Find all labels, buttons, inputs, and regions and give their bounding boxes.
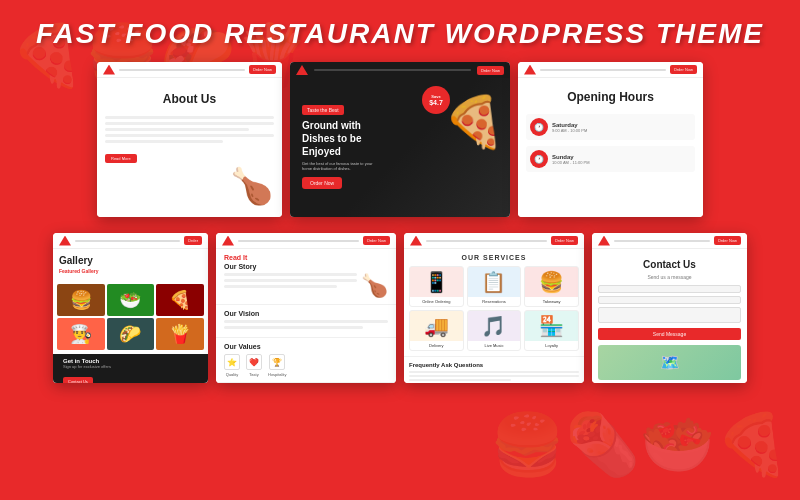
value-tasty: ❤️ Tasty bbox=[246, 354, 262, 377]
hero-text: Taste the Best Ground with Dishes to be … bbox=[302, 98, 392, 189]
nav-line bbox=[614, 240, 710, 242]
about-card[interactable]: Order Now About Us Read More 🍗 bbox=[97, 62, 282, 217]
nav-line bbox=[119, 69, 245, 71]
text-line bbox=[105, 140, 223, 143]
service-catering[interactable]: 🚚 Delivery bbox=[409, 310, 464, 351]
story-title-1: Our Story bbox=[224, 263, 388, 270]
nav-line bbox=[540, 69, 666, 71]
sunday-icon: 🕐 bbox=[530, 150, 548, 168]
services-content: OUR SERVICES 📱 Online Ordering 📋 Reserva… bbox=[404, 249, 584, 383]
nav-order-btn: Order Now bbox=[477, 66, 504, 75]
text-line bbox=[224, 285, 337, 288]
gallery-item[interactable]: 🍟 bbox=[156, 318, 204, 350]
story-text-lines bbox=[224, 273, 357, 291]
tasty-label: Tasty bbox=[249, 372, 258, 377]
service-image: 📋 bbox=[468, 267, 521, 297]
saturday-icon: 🕐 bbox=[530, 118, 548, 136]
text-line bbox=[105, 122, 274, 125]
nav-logo-icon bbox=[103, 65, 115, 75]
hours-navbar: Order Now bbox=[518, 62, 703, 78]
text-line bbox=[224, 326, 363, 329]
value-hospitality: 🏆 Hospitality bbox=[268, 354, 286, 377]
nav-order-btn: Order Now bbox=[363, 236, 390, 245]
saturday-info: Saturday 9:00 AM - 10:00 PM bbox=[552, 122, 691, 133]
story-section-1: Read It Our Story 🍗 bbox=[216, 249, 396, 305]
gallery-item[interactable]: 🍕 bbox=[156, 284, 204, 316]
hero-tag: Taste the Best bbox=[302, 105, 344, 115]
gallery-item[interactable]: 👨‍🍳 bbox=[57, 318, 105, 350]
contact-card[interactable]: Order Now Contact Us Send us a message S… bbox=[592, 233, 747, 383]
faq-line bbox=[409, 375, 579, 377]
service-events[interactable]: 🎵 Live Music bbox=[467, 310, 522, 351]
nav-order-btn: Order Now bbox=[249, 65, 276, 74]
text-line bbox=[105, 134, 274, 137]
gallery-item[interactable]: 🍔 bbox=[57, 284, 105, 316]
text-line bbox=[224, 320, 388, 323]
faq-title: Frequently Ask Questions bbox=[409, 362, 579, 368]
story-card[interactable]: Order Now Read It Our Story 🍗 bbox=[216, 233, 396, 383]
submit-button[interactable]: Send Message bbox=[598, 328, 741, 340]
nav-order-btn: Order Now bbox=[714, 236, 741, 245]
service-online-ordering[interactable]: 📱 Online Ordering bbox=[409, 266, 464, 307]
top-row: Order Now About Us Read More 🍗 O bbox=[97, 62, 703, 217]
gallery-navbar: Order bbox=[53, 233, 208, 249]
get-in-touch-section: Get in Touch Sign up for exclusive offer… bbox=[53, 354, 208, 383]
hero-card[interactable]: Order Now Taste the Best Ground with Dis… bbox=[290, 62, 510, 217]
git-subtitle: Sign up for exclusive offers bbox=[63, 364, 198, 369]
service-label: Delivery bbox=[410, 341, 463, 350]
page-title-section: FAST FOOD RESTAURANT WORDPRESS THEME bbox=[0, 0, 800, 62]
git-button[interactable]: Contact Us bbox=[63, 377, 93, 383]
price-value: $4.7 bbox=[429, 99, 443, 106]
text-line bbox=[224, 273, 357, 276]
contact-navbar: Order Now bbox=[592, 233, 747, 249]
faq-section: Frequently Ask Questions bbox=[404, 356, 584, 383]
story-content: Read It Our Story 🍗 Our Vision bbox=[216, 249, 396, 383]
sunday-row: 🕐 Sunday 10:00 AM - 11:00 PM bbox=[526, 146, 695, 172]
about-navbar: Order Now bbox=[97, 62, 282, 78]
service-label: Takeaway bbox=[525, 297, 578, 306]
service-reservations[interactable]: 📋 Reservations bbox=[467, 266, 522, 307]
map-preview: 🗺️ bbox=[598, 345, 741, 380]
service-dinein[interactable]: 🏪 Loyalty bbox=[524, 310, 579, 351]
faq-line bbox=[409, 371, 579, 373]
services-navbar: Order Now bbox=[404, 233, 584, 249]
tasty-icon: ❤️ bbox=[246, 354, 262, 370]
service-label: Reservations bbox=[468, 297, 521, 306]
food-image: 🍗 bbox=[230, 166, 274, 207]
nav-line bbox=[238, 240, 359, 242]
services-grid: 📱 Online Ordering 📋 Reservations 🍔 Takea… bbox=[404, 266, 584, 356]
about-title: About Us bbox=[105, 86, 274, 110]
gallery-item[interactable]: 🥗 bbox=[107, 284, 155, 316]
text-line bbox=[224, 279, 357, 282]
services-card[interactable]: Order Now OUR SERVICES 📱 Online Ordering… bbox=[404, 233, 584, 383]
hours-card[interactable]: Order Now Opening Hours 🕐 Saturday 9:00 … bbox=[518, 62, 703, 217]
email-field[interactable] bbox=[598, 296, 741, 304]
contact-subtitle: Send us a message bbox=[598, 274, 741, 280]
nav-line bbox=[314, 69, 471, 71]
quality-label: Quality bbox=[226, 372, 238, 377]
about-content: About Us Read More 🍗 bbox=[97, 78, 282, 217]
values-row: ⭐ Quality ❤️ Tasty 🏆 Hospitality bbox=[224, 354, 388, 377]
service-takeaway[interactable]: 🍔 Takeaway bbox=[524, 266, 579, 307]
read-more-button[interactable]: Read More bbox=[105, 154, 137, 163]
gallery-card[interactable]: Order Gallery Featured Gallery 🍔 🥗 🍕 👨‍🍳… bbox=[53, 233, 208, 383]
gallery-item[interactable]: 🌮 bbox=[107, 318, 155, 350]
gallery-content: Gallery Featured Gallery 🍔 🥗 🍕 👨‍🍳 🌮 🍟 G… bbox=[53, 249, 208, 383]
sunday-hours: 10:00 AM - 11:00 PM bbox=[552, 160, 691, 165]
story-food-image: 🍗 bbox=[361, 273, 388, 299]
service-image: 🚚 bbox=[410, 311, 463, 341]
hospitality-label: Hospitality bbox=[268, 372, 286, 377]
hours-content: Opening Hours 🕐 Saturday 9:00 AM - 10:00… bbox=[518, 78, 703, 217]
nav-order-btn: Order Now bbox=[670, 65, 697, 74]
value-quality: ⭐ Quality bbox=[224, 354, 240, 377]
saturday-row: 🕐 Saturday 9:00 AM - 10:00 PM bbox=[526, 114, 695, 140]
values-section: Our Values ⭐ Quality ❤️ Tasty 🏆 Hospita bbox=[216, 338, 396, 383]
vision-title: Our Vision bbox=[224, 310, 388, 317]
hero-order-button[interactable]: Order Now bbox=[302, 177, 342, 189]
hero-description: Get the best of our famous taste to your… bbox=[302, 161, 382, 171]
service-image: 🎵 bbox=[468, 311, 521, 341]
nav-order-btn: Order bbox=[184, 236, 202, 245]
services-title: OUR SERVICES bbox=[404, 249, 584, 266]
message-field[interactable] bbox=[598, 307, 741, 323]
name-field[interactable] bbox=[598, 285, 741, 293]
